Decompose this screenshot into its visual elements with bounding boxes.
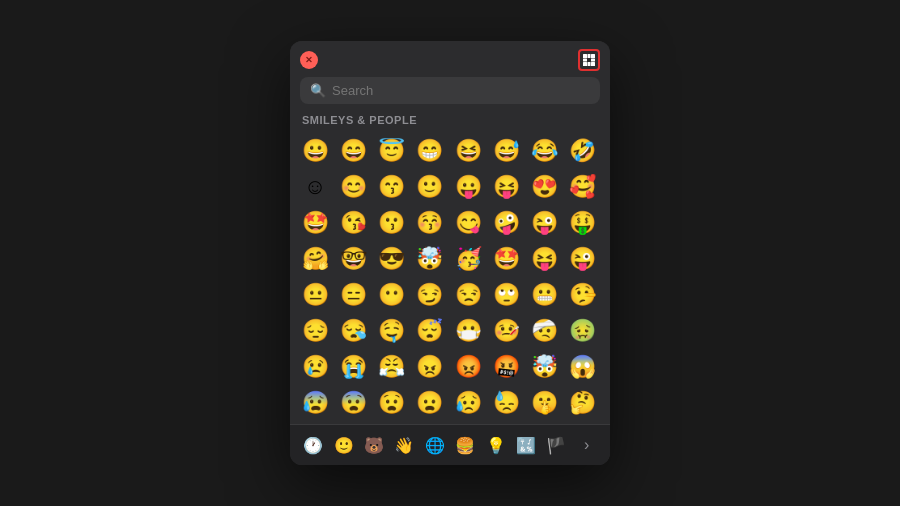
emoji-cell[interactable]: 😗 — [375, 206, 409, 240]
emoji-cell[interactable]: 🤩 — [298, 206, 332, 240]
svg-rect-5 — [588, 62, 591, 66]
emoji-cell[interactable]: 🤒 — [489, 314, 523, 348]
emoji-cell[interactable]: 😍 — [528, 170, 562, 204]
bottom-bar: 🕐🙂🐻👋🌐🍔💡🔣🏴› — [290, 424, 610, 465]
emoji-cell[interactable]: 😁 — [413, 134, 447, 168]
emoji-cell[interactable]: 😜 — [528, 206, 562, 240]
search-bar: 🔍 — [300, 77, 600, 104]
svg-rect-1 — [591, 54, 595, 58]
emoji-cell[interactable]: 😓 — [489, 386, 523, 420]
animals-icon[interactable]: 🐻 — [360, 431, 388, 459]
search-input[interactable] — [332, 83, 590, 98]
svg-rect-4 — [588, 54, 591, 58]
emoji-cell[interactable]: 😒 — [451, 278, 485, 312]
emoji-cell[interactable]: 😥 — [451, 386, 485, 420]
grid-toggle-button[interactable] — [578, 49, 600, 71]
more-icon[interactable]: › — [573, 431, 601, 459]
emoji-grid: 😀😄😇😁😆😅😂🤣☺️😊😙🙂😛😝😍🥰🤩😘😗😚😋🤪😜🤑🤗🤓😎🤯🥳🤩😝😜😐😑😶😏😒🙄😬… — [290, 130, 610, 424]
emoji-cell[interactable]: 😔 — [298, 314, 332, 348]
food-icon[interactable]: 🍔 — [451, 431, 479, 459]
emoji-cell[interactable]: 😘 — [336, 206, 370, 240]
emoji-cell[interactable]: 🤓 — [336, 242, 370, 276]
emoji-cell[interactable]: 😤 — [375, 350, 409, 384]
svg-rect-7 — [591, 59, 595, 62]
emoji-cell[interactable]: 😭 — [336, 350, 370, 384]
globe-icon[interactable]: 🌐 — [421, 431, 449, 459]
emoji-cell[interactable]: 😚 — [413, 206, 447, 240]
objects-icon[interactable]: 💡 — [482, 431, 510, 459]
hand-icon[interactable]: 👋 — [390, 431, 418, 459]
emoji-cell[interactable]: 🤣 — [566, 134, 600, 168]
emoji-cell[interactable]: 😷 — [451, 314, 485, 348]
emoji-cell[interactable]: 😧 — [375, 386, 409, 420]
emoji-cell[interactable]: 😛 — [451, 170, 485, 204]
emoji-cell[interactable]: 🤯 — [413, 242, 447, 276]
emoji-cell[interactable]: 🥰 — [566, 170, 600, 204]
emoji-cell[interactable]: 🤗 — [298, 242, 332, 276]
emoji-cell[interactable]: 🤑 — [566, 206, 600, 240]
emoji-cell[interactable]: 😶 — [375, 278, 409, 312]
emoji-cell[interactable]: 😜 — [566, 242, 600, 276]
section-label: SMILEYS & PEOPLE — [290, 110, 610, 130]
emoji-cell[interactable]: 😡 — [451, 350, 485, 384]
emoji-cell[interactable]: 😢 — [298, 350, 332, 384]
emoji-cell[interactable]: 🙂 — [413, 170, 447, 204]
emoji-cell[interactable]: 😨 — [336, 386, 370, 420]
emoji-cell[interactable]: 😝 — [528, 242, 562, 276]
emoji-cell[interactable]: 🙄 — [489, 278, 523, 312]
svg-rect-6 — [583, 59, 587, 62]
svg-rect-3 — [591, 62, 595, 66]
emoji-cell[interactable]: 😦 — [413, 386, 447, 420]
smileys-icon[interactable]: 🙂 — [330, 431, 358, 459]
emoji-cell[interactable]: 🤥 — [566, 278, 600, 312]
emoji-cell[interactable]: 😅 — [489, 134, 523, 168]
symbols-icon[interactable]: 🔣 — [512, 431, 540, 459]
search-icon: 🔍 — [310, 83, 326, 98]
emoji-cell[interactable]: 😎 — [375, 242, 409, 276]
emoji-cell[interactable]: 😬 — [528, 278, 562, 312]
svg-rect-0 — [583, 54, 587, 58]
emoji-cell[interactable]: 😐 — [298, 278, 332, 312]
emoji-cell[interactable]: 😇 — [375, 134, 409, 168]
emoji-cell[interactable]: 😝 — [489, 170, 523, 204]
emoji-cell[interactable]: 😏 — [413, 278, 447, 312]
emoji-picker: 🔍 SMILEYS & PEOPLE 😀😄😇😁😆😅😂🤣☺️😊😙🙂😛😝😍🥰🤩😘😗😚… — [290, 41, 610, 465]
recent-icon[interactable]: 🕐 — [299, 431, 327, 459]
close-button[interactable] — [300, 51, 318, 69]
emoji-cell[interactable]: 😀 — [298, 134, 332, 168]
emoji-cell[interactable]: 🤪 — [489, 206, 523, 240]
emoji-cell[interactable]: 😙 — [375, 170, 409, 204]
emoji-cell[interactable]: 😠 — [413, 350, 447, 384]
emoji-cell[interactable]: 🤕 — [528, 314, 562, 348]
emoji-cell[interactable]: 😱 — [566, 350, 600, 384]
emoji-cell[interactable]: 🤫 — [528, 386, 562, 420]
emoji-cell[interactable]: 🤩 — [489, 242, 523, 276]
emoji-cell[interactable]: 😊 — [336, 170, 370, 204]
emoji-cell[interactable]: 🤔 — [566, 386, 600, 420]
emoji-cell[interactable]: 🤤 — [375, 314, 409, 348]
emoji-cell[interactable]: 😰 — [298, 386, 332, 420]
emoji-cell[interactable]: 🤬 — [489, 350, 523, 384]
picker-header — [290, 41, 610, 77]
emoji-cell[interactable]: 😋 — [451, 206, 485, 240]
svg-rect-2 — [583, 62, 587, 66]
emoji-cell[interactable]: 😑 — [336, 278, 370, 312]
flags-icon[interactable]: 🏴 — [542, 431, 570, 459]
emoji-cell[interactable]: ☺️ — [298, 170, 332, 204]
emoji-cell[interactable]: 😂 — [528, 134, 562, 168]
emoji-cell[interactable]: 😆 — [451, 134, 485, 168]
emoji-cell[interactable]: 🤯 — [528, 350, 562, 384]
emoji-cell[interactable]: 🥳 — [451, 242, 485, 276]
emoji-cell[interactable]: 😄 — [336, 134, 370, 168]
emoji-cell[interactable]: 😪 — [336, 314, 370, 348]
emoji-cell[interactable]: 😴 — [413, 314, 447, 348]
emoji-cell[interactable]: 🤢 — [566, 314, 600, 348]
